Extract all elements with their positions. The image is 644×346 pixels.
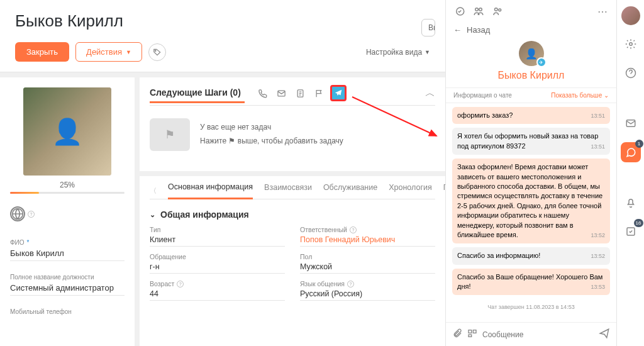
- template-icon[interactable]: [467, 328, 477, 340]
- tasks-icon[interactable]: 16: [621, 221, 641, 242]
- help-icon[interactable]: ?: [177, 281, 184, 287]
- telegram-badge-icon: ✈: [536, 57, 547, 67]
- bell-icon[interactable]: [621, 193, 641, 213]
- salutation-value[interactable]: г-н: [150, 262, 285, 274]
- svg-rect-10: [469, 335, 472, 337]
- job-title-value[interactable]: Системный администратор: [10, 283, 125, 296]
- tabs-prev[interactable]: 〈: [150, 186, 157, 196]
- chat-back-button[interactable]: ← Назад: [446, 23, 616, 37]
- chat-panel: ⋯ ← Назад 👤✈ Быков Кирилл Информация о ч…: [445, 0, 616, 346]
- chat-more-icon[interactable]: ⋯: [596, 5, 609, 18]
- show-more-link[interactable]: Показать больше ⌄: [551, 92, 609, 99]
- message-out: Заказ оформлен! Время доставки может зав…: [452, 159, 610, 243]
- tab-history[interactable]: Хронология: [389, 183, 432, 198]
- send-icon[interactable]: [599, 328, 610, 341]
- empty-steps-icon: ⚑: [150, 118, 190, 151]
- tab-service[interactable]: Обслуживание: [323, 183, 377, 198]
- chat-back-label: Назад: [467, 25, 490, 35]
- flag-icon[interactable]: [311, 85, 328, 101]
- email-icon[interactable]: [274, 85, 290, 101]
- owner-label: Ответственный?: [300, 226, 435, 233]
- fio-value[interactable]: Быков Кирилл: [10, 248, 125, 261]
- chat-users-icon[interactable]: [491, 5, 504, 18]
- view-settings[interactable]: Настройка вида ▼: [366, 48, 430, 57]
- note-icon[interactable]: [292, 85, 309, 101]
- tasks-badge: 16: [634, 219, 643, 227]
- chevron-down-icon: ⌄: [150, 211, 155, 219]
- lang-label: Язык общения?: [300, 280, 435, 287]
- caret-down-icon: ▼: [126, 49, 131, 55]
- telegram-icon[interactable]: [330, 85, 347, 101]
- type-label: Тип: [150, 226, 285, 233]
- message-in: Я хотел бы оформить новый заказ на товар…: [452, 128, 610, 155]
- type-value[interactable]: Клиент: [150, 235, 285, 247]
- empty-steps-text: У вас еще нет задач Нажите ⚑ выше, чтобы…: [200, 121, 343, 148]
- chat-icon[interactable]: 1: [621, 142, 641, 162]
- message-out: оформить заказ?13:51: [452, 107, 610, 124]
- chat-new-icon[interactable]: [453, 5, 466, 18]
- message-out: Спасибо за Ваше обращение! Хорошего Вам …: [452, 269, 610, 296]
- svg-point-11: [629, 43, 632, 46]
- fio-label: ФИО*: [10, 239, 125, 246]
- truncated-button[interactable]: Вы: [421, 19, 435, 36]
- next-steps-title: Следующие Шаги (0): [150, 87, 245, 103]
- svg-point-6: [495, 8, 498, 11]
- settings-icon[interactable]: [621, 34, 641, 54]
- age-value[interactable]: 44: [150, 289, 285, 301]
- svg-point-7: [499, 9, 501, 11]
- salutation-label: Обращение: [150, 253, 285, 260]
- chat-badge: 1: [635, 140, 643, 148]
- chat-closed-notice: Чат завершен 11.08.2023 в 14:53: [452, 299, 610, 315]
- chat-info-label: Информация о чате: [453, 92, 512, 99]
- right-rail: 1 16: [616, 0, 644, 346]
- tab-relations[interactable]: Взаимосвязи: [264, 183, 312, 198]
- gender-value[interactable]: Мужской: [300, 262, 435, 274]
- collapse-icon[interactable]: ︿: [425, 87, 435, 100]
- profile-completion: 25%: [10, 181, 125, 194]
- arrow-left-icon: ←: [453, 25, 462, 35]
- contact-avatar: 👤: [23, 87, 111, 176]
- message-input[interactable]: [482, 330, 594, 339]
- mail-icon[interactable]: [621, 113, 641, 133]
- owner-value[interactable]: Попов Геннадий Юрьевич: [300, 235, 435, 247]
- chat-group-icon[interactable]: [472, 5, 485, 18]
- svg-rect-9: [473, 330, 476, 333]
- caret-down-icon: ▼: [425, 49, 430, 55]
- call-icon[interactable]: [255, 85, 271, 101]
- svg-point-4: [475, 8, 479, 11]
- user-avatar[interactable]: [621, 6, 640, 25]
- help-icon[interactable]: ?: [28, 211, 35, 218]
- chat-contact-avatar[interactable]: 👤✈: [519, 41, 544, 66]
- message-in: Спасибо за информацию!13:52: [452, 247, 610, 264]
- help-icon[interactable]: [621, 63, 641, 83]
- tag-button[interactable]: [148, 43, 166, 61]
- actions-button[interactable]: Действия ▼: [75, 42, 142, 62]
- globe-icon[interactable]: [10, 206, 25, 221]
- general-info-section[interactable]: ⌄ Общая информация: [150, 209, 435, 220]
- messages-list[interactable]: оформить заказ?13:51 Я хотел бы оформить…: [446, 103, 616, 322]
- svg-point-0: [155, 50, 156, 51]
- actions-label: Действия: [86, 47, 122, 57]
- chat-contact-name[interactable]: Быков Кирилл: [446, 70, 616, 81]
- view-settings-label: Настройка вида: [366, 48, 422, 57]
- help-icon[interactable]: ?: [350, 226, 357, 233]
- gender-label: Пол: [300, 253, 435, 260]
- svg-point-5: [479, 8, 482, 11]
- lang-value[interactable]: Русский (Россия): [300, 289, 435, 301]
- attach-icon[interactable]: [452, 328, 462, 340]
- help-icon[interactable]: ?: [347, 281, 354, 287]
- job-title-label: Полное название должности: [10, 274, 125, 281]
- tab-main-info[interactable]: Основная информация: [168, 182, 253, 199]
- page-title: Быков Кирилл: [15, 11, 430, 31]
- age-label: Возраст?: [150, 280, 285, 287]
- close-button[interactable]: Закрыть: [15, 42, 69, 62]
- mobile-label: Мобильный телефон: [10, 308, 125, 315]
- svg-rect-8: [469, 330, 472, 333]
